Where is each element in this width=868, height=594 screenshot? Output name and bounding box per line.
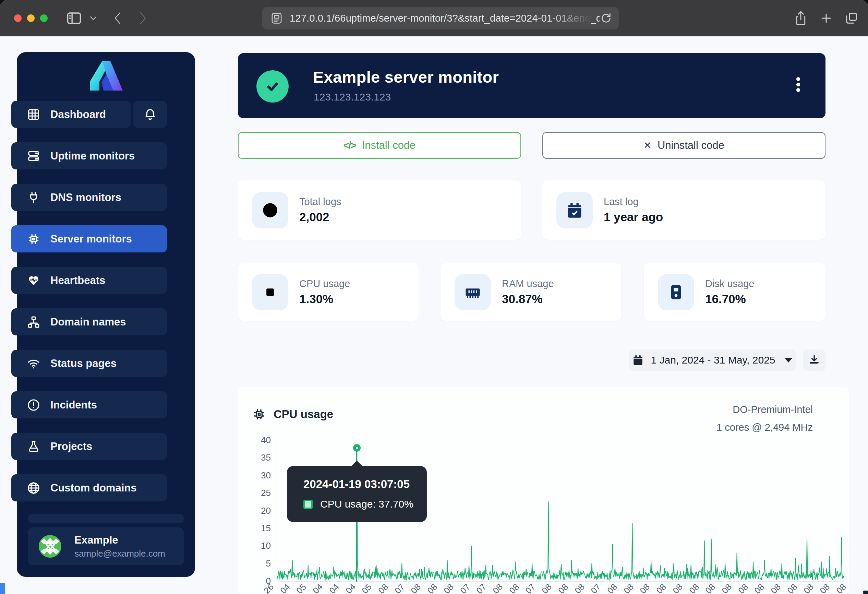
window-zoom-button[interactable]: [40, 15, 48, 22]
stat-value: 16.70%: [705, 292, 754, 306]
sidebar-item-label: Custom domains: [50, 482, 136, 494]
desktop-edge: [0, 583, 5, 594]
sidebar-row: Projects: [11, 433, 167, 460]
sitemap-icon: [27, 316, 40, 328]
sidebar-item-label: Server monitors: [50, 233, 132, 245]
server-name: DO-Premium-Intel: [722, 404, 813, 415]
status-up-icon: [257, 70, 289, 102]
sidebar-item-heartbeats[interactable]: Heartbeats: [11, 267, 167, 294]
stat-value: 1 year ago: [604, 210, 663, 224]
notifications-button[interactable]: [133, 101, 167, 128]
heart-pulse-icon: [27, 274, 40, 287]
stat-label: CPU usage: [299, 278, 350, 290]
globe-icon: [27, 482, 40, 495]
profile-card[interactable]: Example sample@example.com: [28, 528, 184, 565]
stat-card-total-logs: Total logs2,002: [238, 180, 521, 240]
y-tick-label: 40: [261, 436, 271, 445]
cpu-icon: [252, 408, 266, 421]
stat-card-ram-usage: RAM usage30.87%: [440, 263, 621, 321]
memory-icon: [455, 274, 491, 310]
y-tick-label: 5: [266, 559, 271, 569]
disk-icon: [658, 274, 694, 310]
server-spec: 1 cores @ 2,494 MHz: [698, 422, 813, 433]
sidebar-toggle-icon[interactable]: [65, 9, 84, 27]
cutoff-element: [863, 591, 868, 594]
window-close-button[interactable]: [14, 15, 22, 22]
cpu-icon: [252, 274, 288, 310]
url-fade: [550, 7, 591, 30]
sidebar-item-dashboard[interactable]: Dashboard: [11, 101, 131, 128]
sidebar-row: Uptime monitors: [11, 142, 167, 169]
grid-icon: [27, 108, 40, 121]
tab-overview-icon[interactable]: [842, 9, 861, 27]
new-tab-icon[interactable]: [816, 9, 836, 27]
window-minimize-button[interactable]: [27, 15, 35, 22]
x-icon: ✕: [644, 140, 651, 151]
sidebar-item-server-monitors[interactable]: Server monitors: [11, 225, 167, 253]
flask-icon: [27, 440, 40, 453]
server-stack-icon: [27, 149, 40, 163]
download-icon: [808, 354, 820, 366]
sidebar-row: DNS monitors: [11, 184, 167, 211]
sidebar-item-label: Projects: [50, 440, 92, 453]
browser-window: 127.0.0.1/66uptime/server-monitor/3?&sta…: [0, 0, 868, 594]
app-logo: [89, 61, 123, 93]
sidebar-row: Status pages: [11, 350, 167, 377]
sidebar-row: Dashboard: [11, 101, 167, 128]
series-swatch-icon: [303, 500, 313, 509]
chevron-down-icon[interactable]: [86, 9, 100, 27]
monitor-ip: 123.123.123.123: [314, 91, 391, 103]
stat-label: Total logs: [299, 196, 341, 207]
code-icon: </>: [344, 140, 356, 151]
calendar-check-icon: [557, 192, 593, 228]
stat-label: Last log: [604, 196, 663, 207]
bell-icon: [144, 108, 156, 121]
uninstall-code-button[interactable]: ✕ Uninstall code: [542, 132, 825, 159]
chart-title: CPU usage: [252, 408, 333, 421]
install-code-button[interactable]: </> Install code: [238, 132, 521, 159]
sidebar-item-domain-names[interactable]: Domain names: [11, 308, 167, 335]
y-tick-label: 25: [261, 488, 271, 498]
sidebar-item-status-pages[interactable]: Status pages: [11, 350, 167, 377]
sidebar-item-incidents[interactable]: Incidents: [11, 391, 167, 418]
browser-toolbar: 127.0.0.1/66uptime/server-monitor/3?&sta…: [0, 0, 868, 36]
y-tick-label: 15: [261, 523, 271, 533]
sidebar-item-label: Incidents: [50, 399, 97, 411]
alert-circle-icon: [27, 399, 40, 412]
stat-value: 1.30%: [299, 292, 350, 306]
globe-icon: [252, 192, 288, 228]
sidebar-row: Heartbeats: [11, 267, 167, 294]
date-range-picker[interactable]: 1 Jan, 2024 - 31 May, 2025: [629, 349, 796, 371]
stat-card-disk-usage: Disk usage16.70%: [644, 263, 825, 321]
address-bar[interactable]: 127.0.0.1/66uptime/server-monitor/3?&sta…: [262, 7, 619, 30]
sidebar-item-custom-domains[interactable]: Custom domains: [11, 474, 167, 501]
y-tick-label: 20: [261, 505, 271, 516]
sidebar-item-truncated[interactable]: [28, 514, 184, 523]
back-button[interactable]: [109, 9, 126, 27]
stat-label: Disk usage: [705, 278, 754, 290]
plug-icon: [27, 191, 40, 204]
calendar-icon: [632, 354, 644, 366]
sidebar-item-label: Dashboard: [50, 108, 106, 121]
download-button[interactable]: [803, 349, 825, 371]
sidebar-row: Server monitors: [11, 225, 167, 253]
highlight-marker: [353, 444, 361, 452]
stat-label: RAM usage: [502, 278, 554, 290]
wifi-icon: [27, 357, 40, 370]
sidebar-item-projects[interactable]: Projects: [11, 433, 167, 460]
reload-icon[interactable]: [600, 9, 612, 27]
stat-card-cpu-usage: CPU usage1.30%: [238, 263, 419, 321]
page-title: Example server monitor: [313, 68, 499, 86]
profile-name: Example: [74, 534, 165, 546]
cpu-icon: [27, 232, 40, 245]
profile-email: sample@example.com: [74, 548, 165, 559]
sidebar-item-dns-monitors[interactable]: DNS monitors: [11, 184, 167, 211]
forward-button: [134, 9, 152, 27]
sidebar-item-uptime-monitors[interactable]: Uptime monitors: [11, 142, 167, 169]
share-icon[interactable]: [791, 9, 810, 27]
kebab-menu-button[interactable]: [791, 75, 805, 94]
sidebar-item-label: Domain names: [50, 316, 126, 328]
caret-down-icon: [784, 358, 793, 362]
chart-tooltip: 2024-01-19 03:07:05 CPU usage: 37.70%: [287, 466, 427, 522]
y-tick-label: 30: [261, 470, 271, 480]
